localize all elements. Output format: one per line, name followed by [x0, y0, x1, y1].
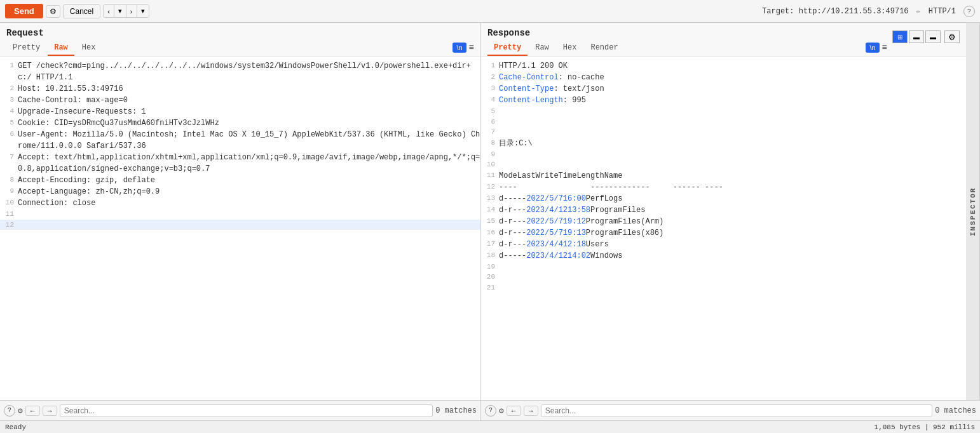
response-line-9: 9: [481, 149, 966, 160]
request-line-content-2: Host: 10.211.55.3:49716: [18, 83, 480, 95]
response-line-num-2: 2: [481, 72, 499, 83]
tab-request-raw[interactable]: Raw: [48, 41, 74, 56]
response-line-num-20: 20: [481, 272, 499, 283]
response-line-17: 17d-r---2023/4/412:18Users: [481, 239, 966, 250]
response-line-8: 8目录:C:\: [481, 138, 966, 149]
response-search-input[interactable]: [541, 404, 932, 417]
response-line-5: 5: [481, 106, 966, 117]
response-line-content-3: Content-Type: text/json: [499, 83, 966, 95]
response-line-14: 14d-r---2023/4/1213:58ProgramFiles: [481, 204, 966, 216]
response-next-match-button[interactable]: →: [524, 406, 538, 416]
response-line-content-16: d-r---2022/5/719:13ProgramFiles(x86): [499, 227, 966, 239]
cancel-button[interactable]: Cancel: [63, 4, 100, 18]
response-line-num-19: 19: [481, 262, 499, 272]
request-line-1: 1GET /check?cmd=ping../../../../../../..…: [0, 60, 480, 83]
response-line-num-18: 18: [481, 250, 499, 261]
response-ln-button[interactable]: \n: [866, 43, 879, 53]
prev-button[interactable]: ‹: [104, 5, 114, 17]
response-prev-match-button[interactable]: ←: [507, 406, 521, 416]
request-prev-match-button[interactable]: ←: [25, 406, 40, 416]
tab-response-hex[interactable]: Hex: [557, 41, 583, 56]
request-line-num-6: 6: [0, 129, 18, 140]
tab-response-render[interactable]: Render: [584, 41, 624, 56]
response-line-content-4: Content-Length: 995: [499, 95, 966, 106]
response-tabs-row: Pretty Raw Hex Render \n ≡: [487, 41, 887, 56]
response-line-content-12: ---- ------------- ------ ----: [499, 182, 966, 193]
response-panel: Response Pretty Raw Hex Render \n ≡ ⊞ ▬ …: [481, 23, 966, 400]
response-settings-button[interactable]: ⚙: [944, 30, 960, 43]
response-line-num-10: 10: [481, 159, 499, 170]
edit-target-icon[interactable]: ✏: [916, 6, 921, 16]
response-line-15: 15d-r---2022/5/719:12ProgramFiles(Arm): [481, 216, 966, 227]
response-line-content-13: d-----2022/5/716:00PerfLogs: [499, 193, 966, 204]
next-dropdown-button[interactable]: ▾: [137, 5, 149, 17]
response-line-num-17: 17: [481, 239, 499, 250]
response-line-num-3: 3: [481, 83, 499, 94]
status-ready: Ready: [5, 423, 26, 431]
view-single-button[interactable]: ▬: [909, 30, 924, 43]
request-line-content-3: Cache-Control: max-age=0: [18, 95, 480, 106]
response-help-icon[interactable]: ?: [485, 405, 496, 416]
request-line-num-11: 11: [0, 209, 18, 220]
request-line-7: 7Accept: text/html,application/xhtml+xml…: [0, 152, 480, 175]
request-line-content-10: Connection: close: [18, 197, 480, 209]
response-line-content-18: d-----2023/4/1214:02Windows: [499, 250, 966, 262]
request-line-num-2: 2: [0, 83, 18, 94]
tab-request-pretty[interactable]: Pretty: [6, 41, 46, 56]
response-line-num-8: 8: [481, 138, 499, 149]
response-line-3: 3Content-Type: text/json: [481, 83, 966, 95]
request-ln-button[interactable]: \n: [453, 43, 466, 53]
view-split-button[interactable]: ⊞: [892, 30, 908, 43]
request-line-content-1: GET /check?cmd=ping../../../../../../../…: [18, 60, 480, 83]
request-next-match-button[interactable]: →: [43, 406, 57, 416]
request-line-num-7: 7: [0, 152, 18, 163]
response-header-left: Response Pretty Raw Hex Render \n ≡: [487, 28, 887, 56]
response-line-num-16: 16: [481, 227, 499, 238]
response-line-6: 6: [481, 117, 966, 128]
response-line-num-14: 14: [481, 204, 499, 215]
nav-arrows: ‹ ▾ › ▾: [103, 4, 149, 18]
view-other-button[interactable]: ▬: [925, 30, 941, 43]
request-search-gear-icon[interactable]: ⚙: [18, 406, 23, 416]
response-line-4: 4Content-Length: 995: [481, 95, 966, 106]
response-editor[interactable]: 1HTTP/1.1 200 OK2Cache-Control: no-cache…: [481, 57, 966, 400]
response-line-content-14: d-r---2023/4/1213:58ProgramFiles: [499, 204, 966, 216]
request-line-num-9: 9: [0, 186, 18, 197]
response-search-gear-icon[interactable]: ⚙: [499, 406, 504, 416]
request-line-content-7: Accept: text/html,application/xhtml+xml,…: [18, 152, 480, 175]
response-line-20: 20: [481, 272, 966, 283]
tab-request-hex[interactable]: Hex: [76, 41, 102, 56]
request-tabs-row: Pretty Raw Hex \n ≡: [6, 41, 474, 56]
inspector-sidebar[interactable]: INSPECTOR: [966, 23, 980, 400]
next-button[interactable]: ›: [126, 5, 137, 17]
send-button[interactable]: Send: [5, 4, 43, 18]
request-header: Request Pretty Raw Hex \n ≡: [0, 23, 480, 57]
request-tab-actions: \n ≡: [453, 43, 474, 54]
request-menu-icon[interactable]: ≡: [469, 43, 474, 53]
response-line-12: 12---- ------------- ------ ----: [481, 182, 966, 193]
request-line-3: 3Cache-Control: max-age=0: [0, 95, 480, 106]
response-menu-icon[interactable]: ≡: [882, 43, 887, 53]
response-line-content-17: d-r---2023/4/412:18Users: [499, 239, 966, 250]
request-line-content-6: User-Agent: Mozilla/5.0 (Macintosh; Inte…: [18, 129, 480, 152]
request-line-10: 10Connection: close: [0, 197, 480, 209]
response-search-section: ? ⚙ ← → 0 matches: [481, 401, 980, 420]
request-help-icon[interactable]: ?: [4, 405, 15, 416]
request-line-content-4: Upgrade-Insecure-Requests: 1: [18, 106, 480, 117]
response-line-num-5: 5: [481, 106, 499, 117]
response-line-num-21: 21: [481, 283, 499, 293]
response-title: Response: [487, 28, 887, 38]
response-line-18: 18d-----2023/4/1214:02Windows: [481, 250, 966, 262]
request-search-input[interactable]: [60, 404, 433, 417]
prev-dropdown-button[interactable]: ▾: [114, 5, 126, 17]
response-line-content-2: Cache-Control: no-cache: [499, 72, 966, 83]
settings-button[interactable]: ⚙: [46, 5, 60, 18]
response-line-16: 16d-r---2022/5/719:13ProgramFiles(x86): [481, 227, 966, 239]
http-version-label: HTTP/1: [929, 7, 956, 16]
help-icon[interactable]: ?: [963, 6, 975, 17]
request-editor[interactable]: 1GET /check?cmd=ping../../../../../../..…: [0, 57, 480, 400]
request-line-5: 5Cookie: CID=ysDRmcQu37usMmdA60fniHTv3cJ…: [0, 117, 480, 129]
tab-response-raw[interactable]: Raw: [529, 41, 555, 56]
tab-response-pretty[interactable]: Pretty: [487, 41, 527, 56]
response-line-10: 10: [481, 159, 966, 170]
